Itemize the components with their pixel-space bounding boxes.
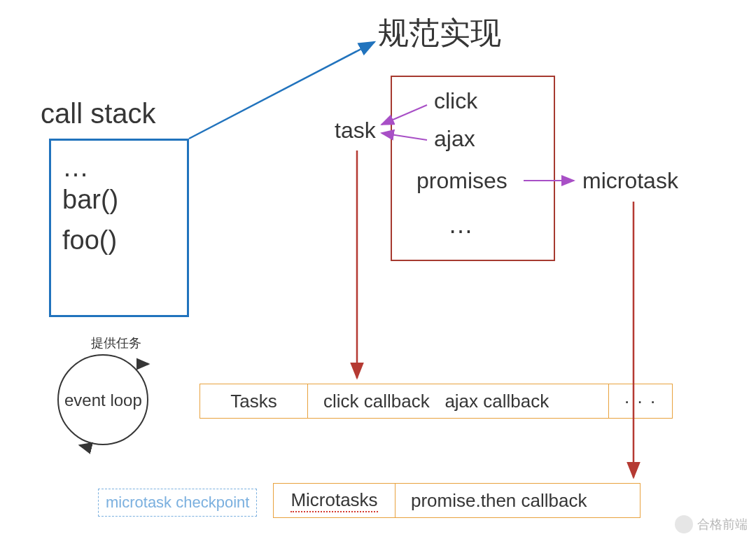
microtasks-header-text: Microtasks [290,489,377,512]
call-stack-item: bar() [62,185,176,215]
spec-item-click: click [434,88,477,114]
tasks-queue: Tasks click callback ajax callback · · · [200,384,673,419]
tasks-header-cell: Tasks [200,384,308,419]
tasks-ellipsis-cell: · · · [609,384,673,419]
task-label: task [335,118,376,144]
event-loop-arrowhead-bottom [80,445,91,448]
call-stack-item: foo() [62,225,176,255]
provides-task-label: 提供任务 [91,335,141,351]
watermark: 合格前端 [675,515,748,533]
spec-item-promises: promises [416,168,507,194]
microtasks-queue: Microtasks promise.then callback [273,483,640,518]
tasks-content-cell: click callback ajax callback [308,384,609,419]
microtasks-header-cell: Microtasks [273,483,396,518]
watermark-icon [675,515,693,533]
call-stack-box: … bar() foo() [49,139,189,317]
spec-impl-title: 规范实现 [378,13,501,54]
microtasks-content-cell: promise.then callback [396,483,640,518]
call-stack-ellipsis: … [62,148,176,174]
microtask-label: microtask [582,168,678,194]
spec-item-ajax: ajax [434,126,475,152]
watermark-text: 合格前端 [697,516,748,533]
event-loop-text: event loop [64,391,142,410]
spec-item-ellipsis: … [448,210,473,239]
call-stack-title: call stack [41,98,156,130]
microtask-checkpoint-box: microtask checkpoint [98,489,257,517]
